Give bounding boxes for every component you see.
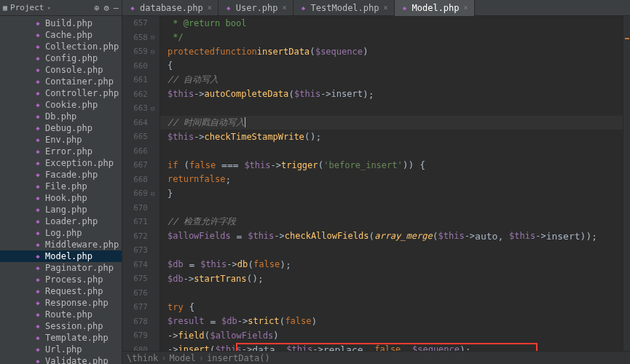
- tree-item[interactable]: ◆Template.php: [0, 332, 122, 344]
- code-line[interactable]: ->field($allowFields): [160, 328, 623, 343]
- tree-item[interactable]: ◆Request.php: [0, 285, 122, 297]
- php-icon: ◆: [34, 100, 42, 109]
- tree-item[interactable]: ◆Facade.php: [0, 169, 122, 181]
- tree-item[interactable]: ◆Cookie.php: [0, 99, 122, 111]
- tree-item[interactable]: ◆Url.php: [0, 344, 122, 355]
- code-line[interactable]: $db->startTrans();: [160, 272, 623, 286]
- chevron-right-icon: ›: [161, 353, 166, 363]
- php-icon: ◆: [34, 287, 42, 296]
- tree-item[interactable]: ◆Controller.php: [0, 87, 122, 99]
- php-icon: ◆: [34, 112, 42, 121]
- line-number: 678: [126, 317, 148, 326]
- hide-icon[interactable]: —: [114, 3, 119, 13]
- tree-item[interactable]: ◆Hook.php: [0, 192, 122, 204]
- code-line[interactable]: $this->checkTimeStampWrite();: [160, 130, 623, 144]
- tree-item[interactable]: ◆Exception.php: [0, 157, 122, 169]
- tab-Model-php[interactable]: ◆Model.php×: [395, 0, 475, 16]
- breadcrumb-item[interactable]: Model: [170, 353, 196, 363]
- php-icon: ◆: [34, 194, 42, 202]
- fold-icon[interactable]: ⊟: [151, 48, 157, 55]
- php-icon: ◆: [34, 31, 42, 39]
- tree-item[interactable]: ◆Validate.php: [0, 355, 122, 364]
- tree-item[interactable]: ◆Console.php: [0, 64, 122, 76]
- code-line[interactable]: protected function insertData($sequence): [160, 44, 623, 59]
- tree-item[interactable]: ◆Paginator.php: [0, 262, 122, 274]
- close-icon[interactable]: ×: [383, 4, 387, 12]
- code-line[interactable]: {: [160, 59, 623, 74]
- code-line[interactable]: try {: [160, 300, 623, 314]
- code-line[interactable]: // 自动写入: [160, 73, 623, 87]
- tree-item[interactable]: ◆File.php: [0, 181, 122, 192]
- php-icon: ◆: [34, 54, 42, 63]
- tree-item[interactable]: ◆Config.php: [0, 52, 122, 64]
- tree-item[interactable]: ◆Env.php: [0, 134, 122, 146]
- breadcrumb: \think › Model › insertData(): [122, 351, 630, 364]
- line-number: 663: [126, 103, 148, 113]
- php-icon: ◆: [34, 298, 42, 307]
- code-line[interactable]: }: [160, 186, 623, 201]
- close-icon[interactable]: ×: [283, 4, 287, 12]
- code-content[interactable]: * @return bool */ protected function ins…: [160, 16, 623, 351]
- tree-item[interactable]: ◆Cache.php: [0, 29, 122, 41]
- tree-item[interactable]: ◆Lang.php: [0, 204, 122, 215]
- close-icon[interactable]: ×: [464, 4, 468, 12]
- code-line[interactable]: [160, 101, 623, 116]
- tab-database-php[interactable]: ◆database.php×: [122, 0, 218, 16]
- close-icon[interactable]: ×: [208, 4, 212, 12]
- tree-item[interactable]: ◆Process.php: [0, 274, 122, 285]
- line-number: 679: [126, 331, 148, 340]
- breadcrumb-item[interactable]: insertData(): [207, 353, 270, 363]
- code-line[interactable]: [160, 286, 623, 301]
- tree-item[interactable]: ◆Build.php: [0, 17, 122, 29]
- project-sidebar[interactable]: ◆Build.php◆Cache.php◆Collection.php◆Conf…: [0, 16, 122, 364]
- tab-User-php[interactable]: ◆User.php×: [218, 0, 294, 16]
- line-number: 675: [126, 274, 148, 283]
- code-line[interactable]: if (false === $this->trigger('before_ins…: [160, 158, 623, 173]
- code-line[interactable]: [160, 201, 623, 215]
- php-icon: ◆: [401, 4, 409, 12]
- php-icon: ◆: [34, 135, 42, 144]
- tree-item[interactable]: ◆Loader.php: [0, 215, 122, 227]
- code-line[interactable]: $result = $db->strict(false): [160, 314, 623, 329]
- tree-item[interactable]: ◆Log.php: [0, 227, 122, 239]
- code-line[interactable]: ->insert($this->data, $this->replace, fa…: [160, 343, 623, 352]
- project-tool-header: ▦ Project ▾ ⊕ ⚙ —: [0, 0, 122, 16]
- line-number: 669: [126, 189, 148, 198]
- code-line[interactable]: $this->autoCompleteData($this->insert);: [160, 87, 623, 102]
- line-number: 672: [126, 232, 148, 241]
- php-icon: ◆: [34, 357, 42, 364]
- tree-item[interactable]: ◆Container.php: [0, 76, 122, 87]
- gear-icon[interactable]: ⚙: [104, 3, 109, 13]
- tree-item[interactable]: ◆Db.php: [0, 111, 122, 122]
- tree-item[interactable]: ◆Error.php: [0, 146, 122, 157]
- code-line[interactable]: [160, 243, 623, 258]
- collapse-icon[interactable]: ⊕: [94, 3, 99, 13]
- code-line[interactable]: $allowFields = $this->checkAllowFields(a…: [160, 229, 623, 244]
- tree-item[interactable]: ◆Route.php: [0, 309, 122, 320]
- code-line[interactable]: // 检查允许字段: [160, 215, 623, 229]
- php-icon: ◆: [34, 322, 42, 331]
- code-line[interactable]: [160, 144, 623, 159]
- tree-item[interactable]: ◆Middleware.php: [0, 239, 122, 250]
- code-line[interactable]: $db = $this->db(false);: [160, 258, 623, 272]
- tree-item[interactable]: ◆Debug.php: [0, 122, 122, 134]
- tree-item[interactable]: ◆Session.php: [0, 320, 122, 332]
- line-number: 665: [126, 132, 148, 141]
- tree-item[interactable]: ◆Model.php: [0, 250, 122, 262]
- code-line[interactable]: // 时间戳自动写入: [160, 116, 623, 130]
- fold-icon[interactable]: ⊟: [151, 105, 157, 112]
- line-number: 676: [126, 288, 148, 298]
- fold-icon[interactable]: ⊟: [151, 33, 157, 41]
- breadcrumb-item[interactable]: \think: [127, 353, 158, 363]
- code-line[interactable]: return false;: [160, 173, 623, 187]
- code-line[interactable]: * @return bool: [160, 16, 623, 31]
- line-number: 664: [126, 118, 148, 127]
- fold-icon[interactable]: ⊟: [151, 190, 157, 197]
- tab-TestModel-php[interactable]: ◆TestModel.php×: [294, 0, 395, 16]
- line-number: 673: [126, 245, 148, 255]
- tree-item[interactable]: ◆Response.php: [0, 297, 122, 309]
- code-line[interactable]: */: [160, 31, 623, 45]
- tree-item[interactable]: ◆Collection.php: [0, 41, 122, 52]
- project-icon: ▦: [3, 4, 7, 12]
- line-number: 668: [126, 175, 148, 184]
